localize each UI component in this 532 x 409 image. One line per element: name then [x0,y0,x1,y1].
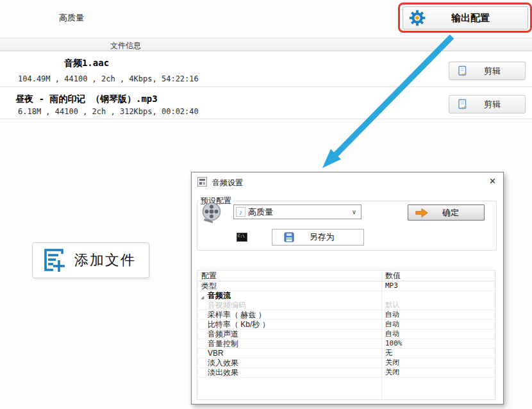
dialog-title: 音频设置 [212,178,243,188]
table-row[interactable]: 音量控制 100% [197,339,495,349]
edit-clip-icon: ✂ [457,65,469,77]
setting-value: 关闭 [385,368,399,377]
setting-value: 默认 [385,301,399,310]
table-section-row[interactable]: ◢ 音频流 [197,291,495,301]
column-value: 数值 [385,271,401,281]
confirm-button-label: 确定 [429,207,472,219]
dialog-app-icon [197,177,207,187]
confirm-arrow-icon [415,206,429,219]
clip-button[interactable]: ✂ 剪辑 [449,95,526,113]
add-files-label: 添加文件 [67,251,144,270]
dialog-titlebar[interactable]: 音频设置 ✕ [192,172,503,190]
save-floppy-icon [284,232,294,242]
add-files-button[interactable]: 添加文件 [32,242,149,278]
setting-value: 自动 [385,310,399,319]
preset-dropdown[interactable]: ♪ 高质量 ∨ [233,204,362,219]
setting-key: 类型 [201,281,217,290]
selected-quality-label: 高质量 [59,12,84,24]
close-icon[interactable]: ✕ [489,177,496,185]
setting-key: 淡出效果 [208,368,238,377]
setting-key: 音频声道 [208,330,238,338]
setting-key: 比特率（ Kb/秒 ） [208,320,270,329]
output-config-button[interactable]: 输出配置 [403,6,528,29]
table-row[interactable]: 音频声道 自动 [197,330,495,339]
table-row[interactable]: 比特率（ Kb/秒 ） 自动 [197,320,495,330]
file-list-header: 文件信息 [0,38,532,51]
music-note-icon: ♪ [236,207,245,217]
setting-key: 音视频编码 [208,301,246,310]
column-config: 配置 [201,271,217,281]
file-info-column-label: 文件信息 [110,40,141,51]
setting-key: 采样率（ 赫兹 ） [208,310,266,319]
clip-button-label: 剪辑 [469,99,516,110]
film-reel-icon [200,201,224,225]
setting-value: 关闭 [385,358,399,367]
setting-value: 无 [385,349,392,358]
settings-table: 配置 数值 类型 MP3 ◢ 音频流 音视频编码 默认 采样率（ 赫兹 ） 自动… [197,270,495,400]
gear-icon [408,9,426,27]
table-header: 配置 数值 [197,271,495,281]
file-details: 6.18M , 44100 , 2ch , 312Kbps, 00:02:40 [18,107,199,116]
table-row[interactable]: 淡入效果 关闭 [197,358,495,368]
setting-value: 自动 [385,330,399,338]
file-row[interactable]: 音频1.aac 104.49M , 44100 , 2ch , 4Kbps, 5… [0,52,532,87]
section-label: 音频流 [208,291,231,300]
table-row[interactable]: VBR 无 [197,349,495,358]
output-config-label: 输出配置 [426,12,515,24]
save-as-button[interactable]: 另存为 [272,229,364,246]
setting-value: 自动 [385,320,399,329]
clip-button[interactable]: ✂ 剪辑 [449,62,526,80]
setting-value: 100% [385,339,403,348]
file-details: 104.49M , 44100 , 2ch , 4Kbps, 54:22:16 [18,74,199,83]
table-row[interactable]: 淡出效果 关闭 [197,368,495,378]
file-name: 音频1.aac [0,58,173,69]
setting-value: MP3 [385,281,398,290]
add-file-icon [40,247,67,274]
setting-key: 淡入效果 [208,358,238,367]
confirm-button[interactable]: 确定 [408,204,485,221]
file-row[interactable]: 昼夜 - 雨的印记 （钢琴版）.mp3 6.18M , 44100 , 2ch … [0,87,532,119]
file-name: 昼夜 - 雨的印记 （钢琴版）.mp3 [0,94,173,105]
chevron-down-icon: ∨ [352,208,356,215]
setting-key: 音量控制 [208,339,238,348]
clip-button-label: 剪辑 [469,65,516,77]
table-row: 音视频编码 默认 [197,301,495,310]
table-row[interactable]: 类型 MP3 [197,281,495,291]
console-icon[interactable]: C:\ [237,233,247,242]
setting-key: VBR [208,349,224,358]
audio-settings-dialog: 音频设置 ✕ 预设配置 ♪ 高质量 ∨ 确定 C:\ 另存为 [191,172,504,405]
preset-dropdown-value: 高质量 [248,206,352,218]
table-row[interactable]: 采样率（ 赫兹 ） 自动 [197,310,495,320]
save-as-label: 另存为 [294,231,349,243]
edit-clip-icon: ✂ [457,99,469,110]
